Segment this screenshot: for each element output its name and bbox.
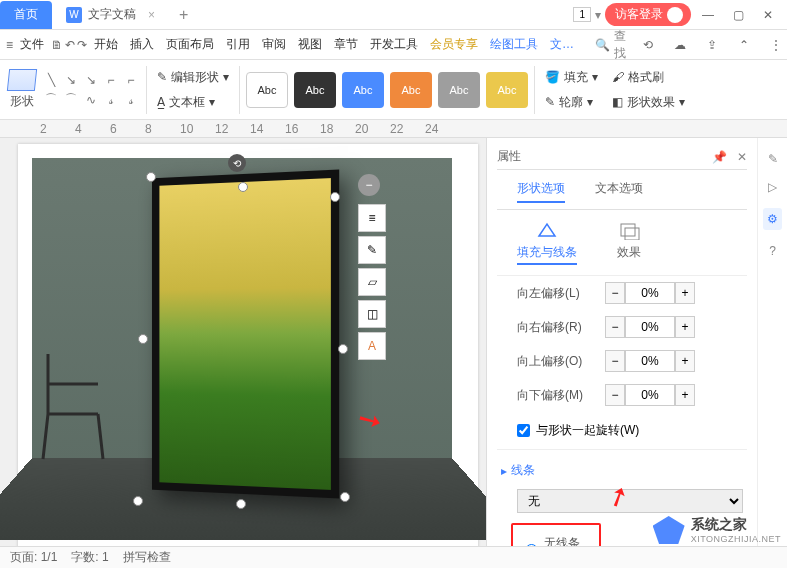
cloud-icon[interactable]: ☁ (668, 33, 692, 57)
resize-handle-br[interactable] (340, 492, 350, 502)
crop-icon[interactable]: ▱ (358, 268, 386, 296)
outline-button[interactable]: ✎轮廓 ▾ (541, 92, 602, 113)
minimize-button[interactable]: — (695, 4, 721, 26)
dec-button[interactable]: − (605, 384, 625, 406)
rotation-handle[interactable]: ⟲ (228, 154, 246, 172)
resize-handle-r[interactable] (338, 344, 348, 354)
save-icon[interactable]: 🗎 (51, 33, 63, 57)
home-tab[interactable]: 首页 (0, 1, 52, 29)
offset-down-input[interactable] (625, 384, 675, 406)
close-panel-icon[interactable]: ✕ (737, 150, 747, 164)
file-menu[interactable]: 文件 (15, 32, 49, 57)
preset-5[interactable]: Abc (438, 72, 480, 108)
word-count[interactable]: 字数: 1 (71, 549, 108, 566)
resize-handle-t[interactable] (238, 182, 248, 192)
layout-icon[interactable]: ◫ (358, 300, 386, 328)
dec-button[interactable]: − (605, 316, 625, 338)
wrap-text-icon[interactable]: ≡ (358, 204, 386, 232)
inc-button[interactable]: + (675, 316, 695, 338)
subtab-fill-line[interactable]: 填充与线条 (517, 220, 577, 265)
line-shapes-grid[interactable]: ╲↘↘⌐⌐ ⌒⌒∿𝓈𝓈 (42, 71, 140, 109)
format-painter-button[interactable]: 🖌格式刷 (608, 67, 689, 88)
offset-down-label: 向下偏移(M) (517, 387, 597, 404)
close-tab-icon[interactable]: × (148, 8, 155, 22)
menu-ref[interactable]: 引用 (221, 32, 255, 57)
menu-chapter[interactable]: 章节 (329, 32, 363, 57)
tab-text-options[interactable]: 文本选项 (595, 180, 643, 203)
preset-6[interactable]: Abc (486, 72, 528, 108)
resize-handle-tr[interactable] (330, 192, 340, 202)
inc-button[interactable]: + (675, 350, 695, 372)
effect-icon: ◧ (612, 95, 623, 109)
watermark: 系统之家 XITONGZHIJIA.NET (653, 516, 781, 544)
dec-button[interactable]: − (605, 282, 625, 304)
dec-button[interactable]: − (605, 350, 625, 372)
preset-1[interactable]: Abc (246, 72, 288, 108)
menu-view[interactable]: 视图 (293, 32, 327, 57)
document-tab[interactable]: W 文字文稿 × (52, 1, 169, 29)
selected-shape[interactable] (152, 169, 339, 498)
menu-drawing-tools[interactable]: 绘图工具 (485, 32, 543, 57)
menu-dev[interactable]: 开发工具 (365, 32, 423, 57)
collapse-ribbon-icon[interactable]: ⌃ (732, 33, 756, 57)
guest-login-button[interactable]: 访客登录 (605, 3, 691, 26)
side-select-icon[interactable]: ▷ (768, 180, 777, 194)
page-status[interactable]: 页面: 1/1 (10, 549, 57, 566)
fill-button[interactable]: 🪣填充 ▾ (541, 67, 602, 88)
document-canvas[interactable]: ⟲ − ≡ ✎ ▱ ◫ A ➘ (0, 138, 486, 560)
text-box-button[interactable]: A̲文本框 ▾ (153, 92, 233, 113)
menu-layout[interactable]: 页面布局 (161, 32, 219, 57)
undo-icon[interactable]: ↶ (65, 33, 75, 57)
word-doc-icon: W (66, 7, 82, 23)
menu-more[interactable]: 文… (545, 32, 579, 57)
effect-icon (617, 220, 641, 240)
search-icon: 🔍 (595, 38, 610, 52)
maximize-button[interactable]: ▢ (725, 4, 751, 26)
resize-handle-tl[interactable] (146, 172, 156, 182)
shape-effect-button[interactable]: ◧形状效果 ▾ (608, 92, 689, 113)
edit-icon[interactable]: ✎ (358, 236, 386, 264)
preset-4[interactable]: Abc (390, 72, 432, 108)
window-count[interactable]: 1 (573, 7, 591, 22)
dropdown-icon[interactable]: ▾ (595, 8, 601, 22)
pin-icon[interactable]: 📌 (712, 150, 727, 164)
offset-left-label: 向左偏移(L) (517, 285, 597, 302)
offset-left-input[interactable] (625, 282, 675, 304)
menu-member[interactable]: 会员专享 (425, 32, 483, 57)
share-icon[interactable]: ⇪ (700, 33, 724, 57)
resize-handle-l[interactable] (138, 334, 148, 344)
add-tab-button[interactable]: + (169, 6, 198, 24)
offset-right-input[interactable] (625, 316, 675, 338)
offset-up-input[interactable] (625, 350, 675, 372)
inc-button[interactable]: + (675, 384, 695, 406)
redo-icon[interactable]: ↷ (77, 33, 87, 57)
sync-icon[interactable]: ⟲ (636, 33, 660, 57)
more-icon[interactable]: ⋮ (764, 33, 787, 57)
subtab-effect[interactable]: 效果 (617, 220, 641, 265)
search-box[interactable]: 🔍 查找 (587, 26, 634, 64)
preset-2[interactable]: Abc (294, 72, 336, 108)
outline-icon: ✎ (545, 95, 555, 109)
menu-insert[interactable]: 插入 (125, 32, 159, 57)
side-settings-icon[interactable]: ⚙ (763, 208, 782, 230)
edit-shape-button[interactable]: ✎编辑形状 ▾ (153, 67, 233, 88)
side-edit-icon[interactable]: ✎ (768, 152, 778, 166)
shape-button[interactable]: 形状 (8, 69, 36, 110)
close-button[interactable]: ✕ (755, 4, 781, 26)
menu-icon[interactable]: ≡ (6, 33, 13, 57)
style-icon[interactable]: A (358, 332, 386, 360)
page: ⟲ − ≡ ✎ ▱ ◫ A ➘ (18, 144, 478, 554)
menu-start[interactable]: 开始 (89, 32, 123, 57)
resize-handle-b[interactable] (236, 499, 246, 509)
inc-button[interactable]: + (675, 282, 695, 304)
zoom-out-icon[interactable]: − (358, 174, 380, 196)
style-presets[interactable]: Abc Abc Abc Abc Abc Abc (246, 72, 528, 108)
tab-shape-options[interactable]: 形状选项 (517, 180, 565, 203)
menu-review[interactable]: 审阅 (257, 32, 291, 57)
resize-handle-bl[interactable] (133, 496, 143, 506)
svg-rect-0 (621, 224, 635, 236)
spell-check[interactable]: 拼写检查 (123, 549, 171, 566)
rotate-with-shape-checkbox[interactable] (517, 424, 530, 437)
side-help-icon[interactable]: ? (769, 244, 776, 258)
preset-3[interactable]: Abc (342, 72, 384, 108)
